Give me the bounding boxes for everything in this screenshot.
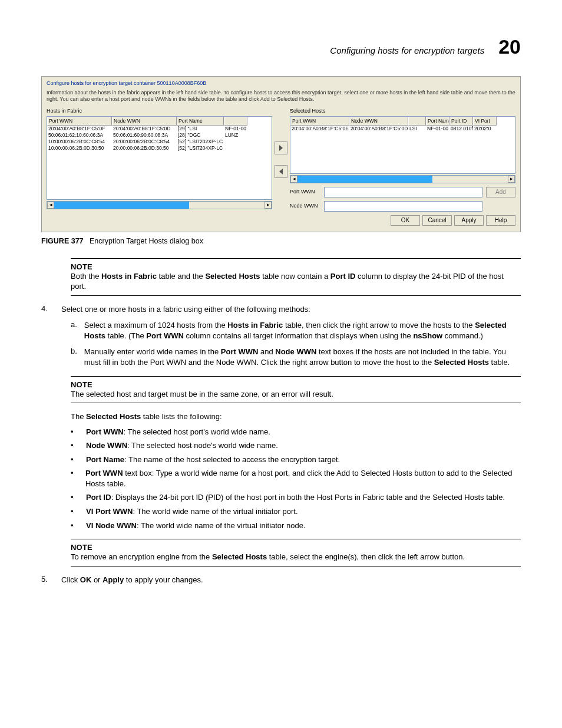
table-row[interactable]: 20:04:00:A0:B8:1F:C5:0E20:04:00:A0:B8:1F… — [290, 126, 515, 132]
port-wwn-input[interactable] — [324, 187, 482, 197]
substep-b: b. Manually enter world wide names in th… — [71, 347, 521, 367]
chapter-number: 20 — [498, 35, 521, 58]
step-4: 4. Select one or more hosts in a fabric … — [41, 304, 521, 315]
note-heading: NOTE — [71, 543, 521, 552]
figure-number: FIGURE 377 — [41, 237, 84, 245]
substep-text: Select a maximum of 1024 hosts from the … — [84, 320, 521, 341]
col-node-wwn[interactable]: Node WWN — [112, 117, 177, 126]
table-row[interactable]: 10:00:00:06:2B:0C:C8:5420:00:00:06:2B:0C… — [47, 139, 272, 145]
list-intro: The Selected Hosts table lists the follo… — [71, 411, 521, 422]
substep-letter: b. — [71, 347, 77, 367]
list-item: VI Node WWN: The world wide name of the … — [71, 521, 521, 531]
figure-caption: FIGURE 377 Encryption Target Hosts dialo… — [41, 237, 521, 245]
col-node-wwn[interactable]: Node WWN — [349, 117, 408, 126]
node-wwn-label: Node WWN — [290, 203, 320, 210]
add-button[interactable]: Add — [486, 187, 515, 197]
figure-text: Encryption Target Hosts dialog box — [90, 237, 203, 245]
note-heading: NOTE — [71, 380, 521, 389]
note-1: NOTE Both the Hosts in Fabric table and … — [71, 258, 521, 296]
substep-a: a. Select a maximum of 1024 hosts from t… — [71, 320, 521, 341]
note-text: Both the Hosts in Fabric table and the S… — [71, 271, 521, 292]
scroll-right-icon[interactable]: ▸ — [508, 176, 515, 183]
left-scroll-x[interactable]: ◂ ▸ — [47, 201, 272, 209]
step-text: Select one or more hosts in a fabric usi… — [61, 304, 310, 315]
dialog-info: Information about the hosts in the fabri… — [47, 90, 515, 103]
hosts-in-fabric-label: Hosts in Fabric — [47, 108, 272, 115]
list-item: Port WWN: The selected host port's world… — [71, 427, 521, 437]
table-row[interactable]: 10:00:00:06:2B:0D:30:5020:00:00:06:2B:0D… — [47, 145, 272, 151]
hosts-in-fabric-panel: Hosts in Fabric Port WWN Node WWN Port N… — [47, 108, 272, 212]
dialog-button-row: OK Cancel Apply Help — [47, 215, 515, 226]
encryption-hosts-dialog: Configure hosts for encryption target co… — [41, 76, 521, 232]
right-scroll-x[interactable]: ◂ ▸ — [290, 175, 515, 183]
step-number: 5. — [41, 575, 54, 585]
chevron-left-icon — [278, 169, 284, 174]
col-blank[interactable] — [408, 117, 426, 126]
help-button[interactable]: Help — [486, 215, 515, 226]
col-port-name[interactable]: Port Name — [177, 117, 224, 126]
selected-hosts-panel: Selected Hosts Port WWN Node WWN Port Na… — [290, 108, 515, 212]
arrow-column — [275, 108, 287, 212]
page: Configuring hosts for encryption targets… — [0, 0, 562, 625]
substep-letter: a. — [71, 320, 77, 341]
substep-text: Manually enter world wide names in the P… — [84, 347, 521, 367]
col-port-name[interactable]: Port Name — [426, 117, 449, 126]
move-right-button[interactable] — [275, 141, 287, 154]
page-header: Configuring hosts for encryption targets… — [41, 35, 521, 58]
table-row[interactable]: 50:06:01:62:10:60:06:3A50:06:01:60:90:60… — [47, 132, 272, 139]
header-title: Configuring hosts for encryption targets — [330, 45, 484, 55]
list-item: VI Port WWN: The world wide name of the … — [71, 506, 521, 517]
col-port-wwn[interactable]: Port WWN — [290, 117, 349, 126]
selected-hosts-table[interactable]: Port WWN Node WWN Port Name Port ID VI P… — [290, 116, 515, 174]
hosts-in-fabric-table[interactable]: Port WWN Node WWN Port Name 20:04:00:A0:… — [47, 116, 272, 200]
col-port-id[interactable]: Port ID — [449, 117, 473, 126]
node-wwn-input[interactable] — [324, 201, 482, 212]
chevron-right-icon — [278, 145, 284, 151]
step-5: 5. Click OK or Apply to apply your chang… — [41, 575, 521, 585]
scroll-left-icon[interactable]: ◂ — [290, 176, 297, 183]
list-item: Port ID: Displays the 24-bit port ID (PI… — [71, 492, 521, 503]
step-text: Click OK or Apply to apply your changes. — [61, 575, 203, 585]
dialog-title: Configure hosts for encryption target co… — [47, 80, 515, 87]
list-item: Port WWN text box: Type a world wide nam… — [71, 468, 521, 489]
ok-button[interactable]: OK — [391, 215, 420, 226]
note-text: To remove an encryption engine from the … — [71, 552, 521, 562]
note-text: The selected host and target must be in … — [71, 389, 521, 400]
col-port-wwn[interactable]: Port WWN — [47, 117, 112, 126]
table-row[interactable]: 20:04:00:A0:B8:1F:C5:0F20:04:00:A0:B8:1F… — [47, 126, 272, 132]
move-left-button[interactable] — [275, 165, 287, 178]
port-wwn-label: Port WWN — [290, 189, 320, 196]
col-vi-port[interactable]: VI Port — [473, 117, 497, 126]
note-3: NOTE To remove an encryption engine from… — [71, 539, 521, 566]
selected-hosts-label: Selected Hosts — [290, 108, 515, 115]
apply-button[interactable]: Apply — [454, 215, 484, 226]
cancel-button[interactable]: Cancel — [422, 215, 452, 226]
list-item: Port Name: The name of the host selected… — [71, 454, 521, 465]
note-heading: NOTE — [71, 262, 521, 271]
bullet-list: Port WWN: The selected host port's world… — [71, 427, 521, 531]
note-2: NOTE The selected host and target must b… — [71, 376, 521, 404]
list-item: Node WWN: The selected host node's world… — [71, 440, 521, 451]
scroll-right-icon[interactable]: ▸ — [265, 202, 272, 209]
step-number: 4. — [41, 304, 54, 315]
col-extra[interactable] — [224, 117, 247, 126]
scroll-left-icon[interactable]: ◂ — [47, 202, 54, 209]
